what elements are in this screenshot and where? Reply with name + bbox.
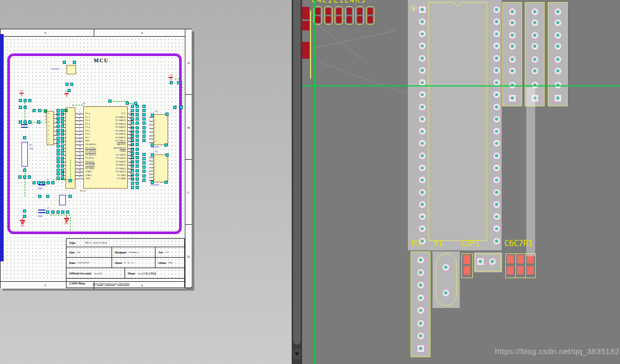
selection-handle[interactable] [136, 109, 139, 112]
selection-handle[interactable] [142, 166, 146, 169]
smd-component-outline[interactable] [345, 6, 353, 25]
y1-pad[interactable] [442, 263, 450, 271]
p3-pad[interactable] [417, 306, 425, 314]
network-pin-stub[interactable] [62, 172, 65, 172]
header-pin-stub[interactable] [149, 158, 153, 158]
smd-pad[interactable] [507, 255, 514, 263]
selection-handle[interactable] [23, 209, 26, 213]
selection-handle[interactable] [57, 157, 60, 160]
selection-handle[interactable] [28, 99, 31, 102]
header-strip-pad[interactable] [554, 19, 562, 27]
smd-component-outline[interactable] [515, 253, 526, 278]
selection-handle[interactable] [68, 89, 71, 92]
selection-handle[interactable] [142, 130, 146, 134]
dip40-pad[interactable] [418, 54, 426, 62]
smd-component-outline[interactable] [356, 6, 364, 25]
header-strip-pad[interactable] [531, 8, 539, 16]
header-strip-pad[interactable] [531, 56, 539, 63]
smd-pad[interactable] [463, 255, 470, 264]
smd-pad[interactable] [326, 8, 331, 15]
selection-handle[interactable] [136, 113, 139, 116]
smd-pad[interactable] [326, 16, 331, 23]
selection-handle[interactable] [136, 173, 139, 177]
selection-handle[interactable] [61, 109, 64, 112]
network-pin-stub[interactable] [62, 151, 65, 152]
dip40-pad[interactable] [493, 213, 501, 220]
dip40-pad[interactable] [493, 6, 501, 14]
dip40-pad[interactable] [493, 91, 501, 98]
header-strip-pad[interactable] [554, 94, 562, 102]
selection-handle[interactable] [136, 182, 139, 185]
network-pin-stub[interactable] [62, 117, 65, 118]
network-pin-stub[interactable] [62, 175, 65, 176]
smd-pad[interactable] [347, 8, 352, 15]
header-pin-stub[interactable] [149, 168, 153, 168]
dip40-pad[interactable] [493, 42, 501, 50]
selection-handle[interactable] [136, 126, 139, 129]
dip40-pad[interactable] [418, 225, 426, 233]
network-pin-stub[interactable] [75, 179, 79, 179]
smd-pad[interactable] [336, 8, 342, 15]
selection-handle[interactable] [136, 186, 139, 189]
network-pin-stub[interactable] [62, 155, 65, 156]
selection-handle[interactable] [46, 211, 49, 214]
header-pin-stub[interactable] [54, 127, 58, 127]
p3-pad[interactable] [417, 332, 425, 340]
network-pin-stub[interactable] [75, 117, 79, 118]
network-pin-stub[interactable] [75, 175, 79, 176]
selection-handle[interactable] [65, 83, 69, 86]
network-pin-stub[interactable] [62, 169, 65, 169]
selection-handle[interactable] [57, 164, 60, 168]
selection-handle[interactable] [57, 152, 60, 156]
smd-component-outline[interactable] [366, 6, 374, 25]
dip40-pad[interactable] [418, 18, 426, 26]
selection-handle[interactable] [57, 169, 60, 172]
selection-handle[interactable] [142, 139, 146, 142]
selection-handle[interactable] [142, 109, 146, 112]
selection-handle[interactable] [136, 122, 139, 125]
c3-outline[interactable] [461, 253, 473, 278]
selection-handle[interactable] [164, 181, 168, 184]
designator-label[interactable]: C6 [504, 239, 513, 248]
designator-label[interactable]: R1 [523, 239, 532, 248]
selection-handle[interactable] [142, 174, 146, 178]
selection-handle[interactable] [23, 175, 26, 179]
header-pin-stub[interactable] [149, 128, 153, 129]
selection-handle[interactable] [63, 61, 66, 64]
network-pin-stub[interactable] [62, 141, 65, 141]
selection-handle[interactable] [23, 169, 26, 172]
header-strip-pad[interactable] [508, 31, 516, 39]
network-pin-stub[interactable] [75, 120, 79, 121]
dip40-pad[interactable] [493, 54, 501, 62]
p3-pad[interactable] [417, 319, 425, 327]
blog-link[interactable]: https://blog.csdn.net/qq_38351824 [93, 282, 129, 285]
selection-handle[interactable] [142, 157, 146, 160]
network-pin-stub[interactable] [75, 141, 79, 141]
header-strip-pad[interactable] [508, 81, 516, 89]
header-pin-stub[interactable] [54, 131, 58, 131]
selection-handle[interactable] [142, 113, 146, 116]
selection-handle[interactable] [142, 126, 146, 129]
smd-pad[interactable] [517, 266, 524, 274]
selection-handle[interactable] [173, 106, 176, 109]
network-pin-stub[interactable] [62, 145, 65, 145]
selection-handle[interactable] [136, 143, 139, 146]
network-pin-stub[interactable] [62, 127, 65, 128]
p3-pad[interactable] [417, 345, 425, 352]
network-pin-stub[interactable] [62, 124, 65, 125]
header-strip-pad[interactable] [554, 31, 562, 39]
header-pin-stub[interactable] [54, 118, 58, 119]
selection-handle[interactable] [57, 145, 60, 148]
header-strip-pad[interactable] [531, 42, 539, 50]
selection-handle[interactable] [47, 181, 50, 184]
selection-origin-handle[interactable] [64, 109, 68, 112]
network-pin-stub[interactable] [75, 155, 79, 156]
selection-handle[interactable] [51, 181, 54, 184]
chip-pin-stub[interactable] [128, 179, 134, 179]
selection-handle[interactable] [32, 181, 36, 184]
selection-handle[interactable] [19, 99, 22, 102]
network-pin-stub[interactable] [75, 131, 79, 131]
dip40-pad[interactable] [418, 176, 426, 184]
dip40-pad[interactable] [418, 213, 426, 220]
selection-handle[interactable] [61, 113, 64, 116]
